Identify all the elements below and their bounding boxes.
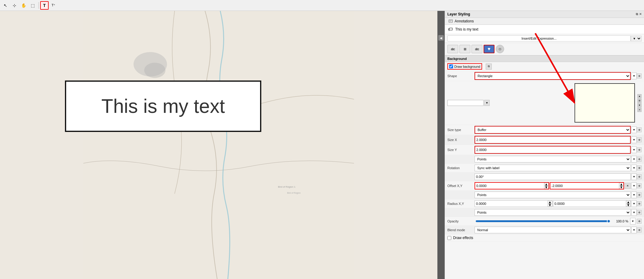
size-x-arrow[interactable]: ▼ — [631, 136, 637, 143]
offset-x-input[interactable] — [475, 183, 544, 189]
draw-bg-copy-btn[interactable]: ⧉ — [486, 64, 492, 70]
layer-name: This is my text — [455, 27, 478, 31]
shape-row: Shape Rectangle ▼ ⚙ — [445, 71, 644, 81]
radius-x-spin-down[interactable]: ▼ — [548, 204, 552, 207]
separator-1 — [38, 2, 39, 9]
rotation-degrees-input[interactable] — [475, 173, 631, 180]
side-toggle-panel: ◀ — [437, 11, 445, 279]
select-node-button[interactable]: ⊹ — [10, 1, 19, 10]
panel-scroll-area[interactable]: Insert/Edit Expression... ▼ abc ⊞ abc ♥ … — [445, 34, 644, 279]
offset-arrow[interactable]: ▼ — [631, 182, 637, 189]
color-row: ▼ ▲ ⚙ ▼ ≡ — [445, 81, 644, 125]
blend-mode-settings-btn[interactable]: ⚙ — [637, 228, 642, 232]
zoom-select-button[interactable]: ⬚ — [28, 1, 37, 10]
shape-settings-btn[interactable]: ⚙ — [637, 74, 642, 78]
annotations-tab[interactable]: Annotations — [445, 18, 644, 25]
radius-y-input[interactable] — [553, 201, 626, 207]
heart-tab[interactable]: ♥ — [484, 45, 494, 53]
blend-mode-row: Blend mode Normal ▼ ⚙ — [445, 226, 644, 235]
select-arrow-button[interactable]: ↖ — [1, 1, 10, 10]
draw-background-row: Draw background ⧉ — [445, 62, 644, 71]
radius-unit-arrow[interactable]: ▼ — [631, 209, 637, 216]
draw-effects-label: Draw effects — [453, 236, 473, 240]
expression-btn[interactable]: Insert/Edit Expression... — [447, 35, 631, 41]
expression-dropdown[interactable]: ▼ — [631, 36, 642, 41]
offset-unit-select[interactable]: Points — [475, 192, 631, 198]
offset-label: Offset X,Y — [447, 184, 475, 188]
map-area[interactable]: Bird of Region 1 Bird of Region This is … — [0, 11, 437, 279]
rotation-degrees-settings-btn[interactable]: ⚙ — [637, 174, 642, 179]
fill-color-dropdown[interactable]: ▼ — [484, 100, 490, 106]
opacity-slider[interactable] — [476, 220, 610, 222]
annotation-text: This is my text — [101, 95, 225, 117]
size-type-label: Size type — [447, 128, 475, 132]
size-type-arrow[interactable]: ▼ — [631, 126, 637, 133]
preview-down-btn[interactable]: ▼ — [637, 103, 642, 107]
size-y-settings-btn[interactable]: ⚙ — [637, 147, 642, 152]
radius-x-input[interactable] — [475, 201, 548, 207]
rotation-label: Rotation — [447, 166, 475, 170]
section-label: Background — [447, 57, 467, 61]
blend-mode-label: Blend mode — [447, 228, 475, 232]
size-unit-settings-btn[interactable]: ⚙ — [637, 157, 642, 162]
circle-tab[interactable]: ○ — [496, 45, 504, 53]
layer-name-row: 🏷 This is my text — [445, 25, 644, 34]
radius-unit-settings-btn[interactable]: ⚙ — [637, 210, 642, 215]
draw-background-highlight: Draw background — [447, 63, 482, 70]
blend-mode-arrow[interactable]: ▼ — [631, 227, 637, 233]
preview-settings-btn[interactable]: ⚙ — [637, 99, 642, 103]
opacity-arrow[interactable]: ▼ — [630, 218, 636, 225]
preview-opt-btn[interactable]: ≡ — [637, 108, 642, 112]
shape-select[interactable]: Rectangle — [475, 73, 630, 79]
radius-y-spin-down[interactable]: ▼ — [626, 204, 630, 207]
size-y-label: Size Y — [447, 148, 475, 152]
abc-tab[interactable]: abc — [447, 45, 458, 53]
text-format-button[interactable]: T⁺ — [49, 1, 58, 10]
fill-color-swatch[interactable] — [447, 100, 484, 106]
size-unit-select[interactable]: Points — [475, 156, 631, 162]
offset-unit-arrow[interactable]: ▼ — [631, 192, 637, 198]
radius-unit-select[interactable]: Points — [475, 209, 631, 216]
radius-arrow[interactable]: ▼ — [631, 200, 637, 207]
radius-settings-btn[interactable]: ⚙ — [637, 201, 642, 206]
toggle-btn[interactable]: ◀ — [438, 35, 444, 41]
panel-close-btn[interactable]: ✕ — [639, 12, 642, 16]
opacity-settings-btn[interactable]: ⚙ — [637, 219, 642, 224]
blend-mode-select[interactable]: Normal — [475, 227, 631, 233]
rotation-select[interactable]: Sync with label — [475, 165, 631, 171]
rotation-row: Rotation Sync with label ▼ ⚙ — [445, 164, 644, 172]
grid-tab[interactable]: ⊞ — [459, 45, 470, 53]
pan-button[interactable]: ✋ — [19, 1, 28, 10]
offset-y-spin-down[interactable]: ▼ — [619, 186, 623, 189]
panel-titlebar: Layer Styling ⧉ ✕ — [445, 11, 644, 18]
size-x-input[interactable] — [475, 136, 630, 143]
abc2-tab[interactable]: abc — [472, 45, 482, 53]
expression-row: Insert/Edit Expression... ▼ — [445, 34, 644, 43]
radius-unit-row: Points ▼ ⚙ — [445, 208, 644, 217]
offset-clear-btn[interactable]: ✕ — [625, 183, 631, 189]
size-type-settings-btn[interactable]: ⚙ — [637, 127, 642, 132]
size-x-settings-btn[interactable]: ⚙ — [637, 137, 642, 142]
panel-float-btn[interactable]: ⧉ — [636, 12, 638, 16]
offset-x-spin-down[interactable]: ▼ — [544, 186, 549, 189]
offset-y-input[interactable] — [550, 183, 619, 189]
size-y-input[interactable] — [475, 146, 630, 153]
size-y-arrow[interactable]: ▼ — [631, 146, 637, 153]
rotation-arrow[interactable]: ▼ — [631, 165, 637, 171]
rotation-degrees-arrow[interactable]: ▼ — [631, 173, 637, 180]
draw-effects-checkbox[interactable] — [447, 236, 451, 240]
size-unit-arrow[interactable]: ▼ — [631, 156, 637, 162]
layer-styling-panel: Layer Styling ⧉ ✕ Annotations 🏷 This is … — [445, 11, 644, 279]
text-annotation-button[interactable]: T — [40, 1, 49, 10]
size-y-row: Size Y ▼ ⚙ — [445, 145, 644, 155]
size-type-select[interactable]: Buffer — [475, 126, 630, 133]
rotation-settings-btn[interactable]: ⚙ — [637, 166, 642, 170]
offset-settings-btn[interactable]: ⚙ — [637, 183, 642, 188]
svg-text:Bird of Region 1: Bird of Region 1 — [278, 185, 295, 188]
panel-controls: ⧉ ✕ — [636, 12, 642, 16]
size-x-label: Size X — [447, 138, 475, 142]
preview-up-btn[interactable]: ▲ — [637, 94, 642, 98]
draw-background-checkbox[interactable] — [449, 64, 453, 68]
offset-unit-settings-btn[interactable]: ⚙ — [637, 192, 642, 197]
shape-dropdown-arrow[interactable]: ▼ — [631, 73, 637, 79]
